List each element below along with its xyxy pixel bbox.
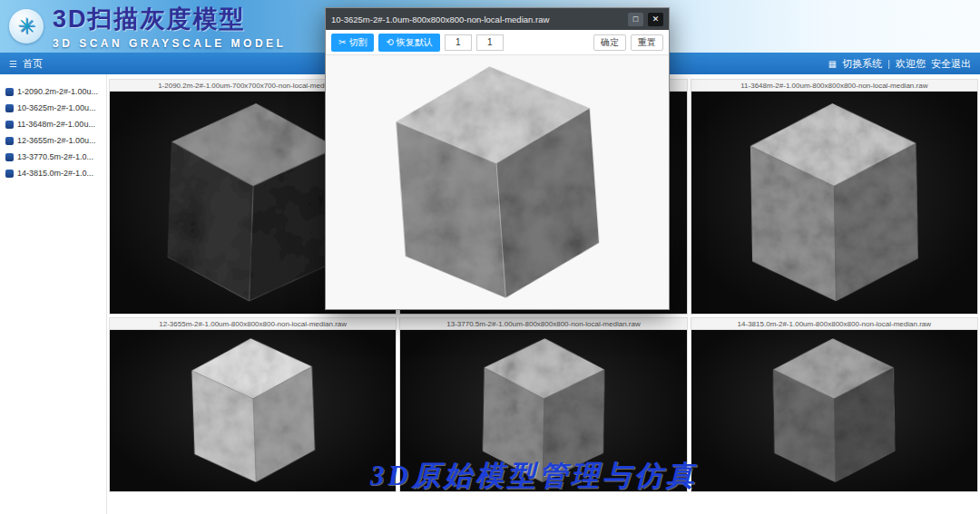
- modal-toolbar: ✂ 切割 ⟲ 恢复默认 确定 重置: [326, 30, 669, 55]
- volume-cube-render: [159, 95, 346, 310]
- sidebar: 1-2090.2m-2#-1.00u... 10-3625m-2#-1.00u.…: [0, 74, 107, 514]
- model-viewport[interactable]: [110, 330, 396, 491]
- model-cell-12[interactable]: 12-3655m-2#-1.00um-800x800x800-non-local…: [109, 317, 397, 492]
- model-viewport[interactable]: [691, 330, 977, 491]
- nav-switch-system-link[interactable]: 切换系统: [842, 57, 882, 71]
- model-icon: [5, 153, 14, 161]
- model-icon: [5, 137, 14, 145]
- sidebar-item-label: 13-3770.5m-2#-1.0...: [17, 152, 93, 161]
- volume-cube-render-large: [383, 55, 611, 309]
- starburst-icon: ✳: [17, 15, 35, 37]
- modal-title: 10-3625m-2#-1.0um-800x800x800-non-local-…: [331, 15, 623, 24]
- sidebar-item-model-13[interactable]: 13-3770.5m-2#-1.0...: [0, 149, 106, 165]
- model-caption: 12-3655m-2#-1.00um-800x800x800-non-local…: [110, 318, 396, 330]
- app-logo-icon: ✳: [9, 9, 44, 44]
- switch-icon: ▦: [828, 59, 837, 69]
- scissors-icon: ✂: [338, 37, 346, 47]
- sidebar-item-label: 11-3648m-2#-1.00u...: [17, 120, 95, 129]
- model-caption: 14-3815.0m-2#-1.00um-800x800x800-non-loc…: [691, 318, 977, 330]
- refresh-icon: ⟲: [386, 37, 393, 47]
- minimize-button[interactable]: □: [628, 13, 643, 26]
- watermark-text: 3D原始模型管理与仿真: [370, 457, 698, 495]
- model-caption: 11-3648m-2#-1.00um-800x800x800-non-local…: [691, 80, 977, 92]
- page-subtitle: 3D SCAN GRAYSCALE MODEL: [53, 37, 286, 50]
- page-title: 3D扫描灰度模型: [53, 3, 286, 35]
- sidebar-item-label: 1-2090.2m-2#-1.00u...: [17, 87, 98, 96]
- model-icon: [5, 88, 14, 96]
- nav-left: ☰ 首页: [9, 57, 43, 71]
- cut-button[interactable]: ✂ 切割: [331, 34, 374, 52]
- slice-x-input[interactable]: [445, 34, 472, 51]
- nav-right: ▦ 切换系统 | 欢迎您 安全退出: [828, 57, 971, 71]
- sidebar-item-model-12[interactable]: 12-3655m-2#-1.00u...: [0, 132, 106, 149]
- sidebar-item-label: 10-3625m-2#-1.00u...: [17, 103, 96, 112]
- restore-default-button[interactable]: ⟲ 恢复默认: [378, 34, 439, 52]
- nav-welcome-text: 欢迎您: [896, 57, 926, 71]
- model-icon: [5, 170, 14, 178]
- close-button[interactable]: ✕: [648, 13, 663, 26]
- nav-home-link[interactable]: 首页: [23, 57, 43, 71]
- volume-cube-render: [185, 333, 321, 489]
- app-titles: 3D扫描灰度模型 3D SCAN GRAYSCALE MODEL: [53, 3, 286, 50]
- restore-button-label: 恢复默认: [397, 36, 433, 49]
- model-cell-14[interactable]: 14-3815.0m-2#-1.00um-800x800x800-non-loc…: [691, 317, 978, 492]
- volume-cube-render: [742, 97, 926, 309]
- modal-title-bar: 10-3625m-2#-1.0um-800x800x800-non-local-…: [326, 8, 669, 30]
- sidebar-item-label: 12-3655m-2#-1.00u...: [17, 136, 96, 145]
- model-icon: [5, 104, 14, 112]
- nav-divider: |: [887, 58, 890, 69]
- cut-button-label: 切割: [348, 36, 367, 49]
- reset-button[interactable]: 重置: [631, 34, 663, 51]
- model-cell-11[interactable]: 11-3648m-2#-1.00um-800x800x800-non-local…: [691, 79, 978, 315]
- model-viewport[interactable]: [691, 92, 977, 314]
- modal-viewport[interactable]: [326, 55, 669, 309]
- nav-logout-link[interactable]: 安全退出: [931, 57, 971, 71]
- confirm-button[interactable]: 确定: [593, 34, 626, 51]
- model-caption: 13-3770.5m-2#-1.00um-800x800x800-non-loc…: [400, 318, 686, 330]
- sidebar-item-model-10[interactable]: 10-3625m-2#-1.00u...: [0, 100, 106, 116]
- sidebar-item-model-1[interactable]: 1-2090.2m-2#-1.00u...: [0, 83, 106, 100]
- volume-cube-render: [768, 334, 901, 488]
- menu-icon: ☰: [9, 59, 17, 69]
- sidebar-item-label: 14-3815.0m-2#-1.0...: [17, 169, 93, 178]
- model-detail-modal: 10-3625m-2#-1.0um-800x800x800-non-local-…: [325, 7, 670, 310]
- model-icon: [5, 121, 14, 129]
- sidebar-item-model-11[interactable]: 11-3648m-2#-1.00u...: [0, 116, 106, 132]
- app-root: ✳ 3D扫描灰度模型 3D SCAN GRAYSCALE MODEL ☰ 首页 …: [0, 0, 980, 514]
- sidebar-item-model-14[interactable]: 14-3815.0m-2#-1.0...: [0, 165, 106, 181]
- slice-y-input[interactable]: [476, 34, 504, 51]
